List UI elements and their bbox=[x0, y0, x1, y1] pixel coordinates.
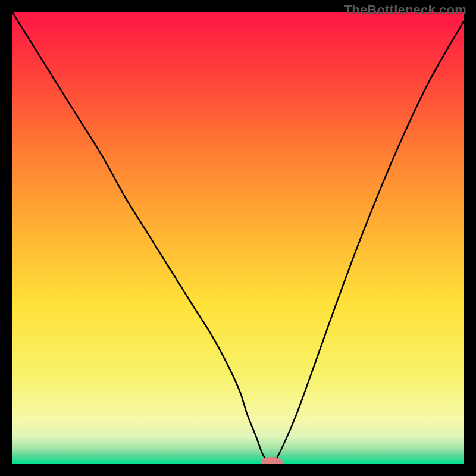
chart-svg bbox=[12, 12, 464, 464]
plot-area bbox=[12, 12, 464, 464]
chart-frame: TheBottleneck.com bbox=[0, 0, 476, 476]
gradient-background bbox=[12, 12, 464, 464]
watermark-text: TheBottleneck.com bbox=[344, 2, 466, 18]
